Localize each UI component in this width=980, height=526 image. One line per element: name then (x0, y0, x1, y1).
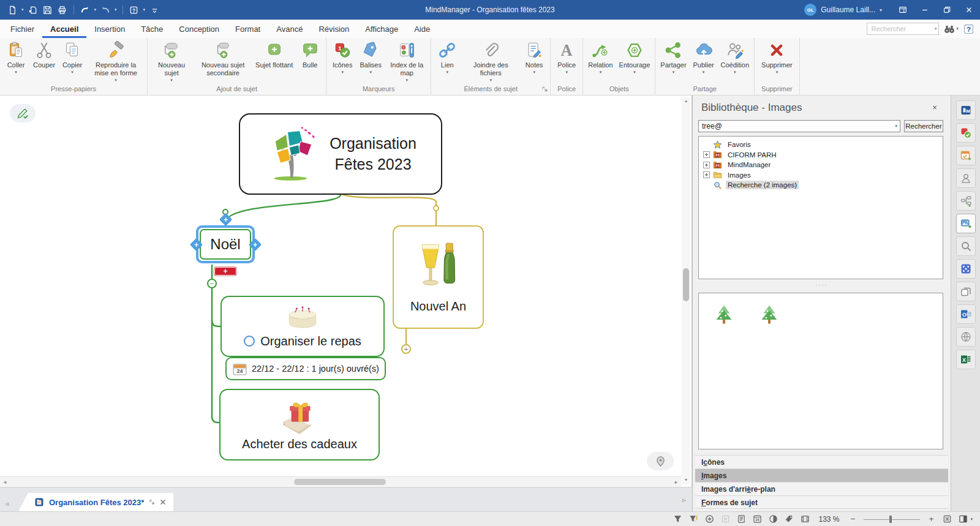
expand-branch-button[interactable] (401, 344, 411, 354)
zoom-out-button[interactable] (848, 514, 858, 524)
chevron-down-icon[interactable]: ▾ (21, 7, 24, 12)
ribbon-tab-insertion[interactable]: Insertion (86, 20, 133, 38)
status-add-button[interactable] (704, 514, 714, 524)
chevron-down-icon[interactable]: ▾ (94, 7, 97, 12)
zoom-in-button[interactable] (926, 514, 936, 524)
library-section-images-d-arriere-plan[interactable]: Images d'arrière-plan (695, 482, 948, 495)
library-search-input[interactable] (699, 121, 900, 132)
status-notes-button[interactable] (736, 514, 746, 524)
status-filter2-button[interactable] (688, 514, 698, 524)
central-topic[interactable]: Organisation Fêtes 2023 (239, 113, 442, 195)
ribbon-button-coller[interactable]: Coller▾ (2, 40, 30, 76)
ribbon-button-nouveau-sujet[interactable]: Nouveau sujet▾ (149, 40, 194, 84)
vertical-scroll-thumb[interactable] (683, 268, 689, 301)
qat-doc-open-button[interactable] (27, 4, 39, 16)
ribbon-button-joindre-des-fichiers[interactable]: Joindre des fichiers▾ (461, 40, 520, 84)
ribbon-button-police[interactable]: APolice▾ (552, 40, 581, 76)
minimize-button[interactable] (914, 0, 936, 20)
expander-icon[interactable] (703, 162, 710, 168)
library-section-icones[interactable]: Icônes (695, 455, 948, 468)
topic-noel[interactable]: Noël (200, 229, 251, 260)
pane-tab-person[interactable] (956, 168, 976, 188)
ribbon-tab-affichage[interactable]: Affichage (357, 20, 406, 38)
chevron-down-icon[interactable]: ▾ (935, 26, 937, 31)
scroll-down-icon[interactable] (682, 476, 690, 484)
panel-layout-button[interactable] (958, 514, 968, 524)
ribbon-tab-conception[interactable]: Conception (171, 20, 227, 38)
qat-help-badge-button[interactable]: ? (128, 4, 140, 16)
status-cal-button[interactable]: 24 (752, 514, 762, 524)
pane-tab-web[interactable] (956, 327, 976, 347)
ribbon-tab-aide[interactable]: Aide (406, 20, 438, 38)
chevron-down-icon[interactable]: ▾ (115, 7, 117, 12)
topic-acheter-des-cadeaux[interactable]: Acheter des cadeaux (219, 389, 380, 460)
ribbon-tab-accueil[interactable]: Accueil (42, 20, 86, 38)
horizontal-scroll-thumb[interactable] (294, 479, 386, 485)
chevron-down-icon[interactable]: ▾ (895, 124, 897, 129)
ribbon-button-entourage[interactable]: Entourage▾ (616, 40, 654, 76)
panel-close-button[interactable] (930, 103, 940, 113)
fit-map-button[interactable] (942, 514, 952, 524)
ribbon-button-index-de-la-map[interactable]: Index de la map▾ (385, 40, 429, 84)
status-filter-button[interactable] (673, 514, 682, 524)
expander-icon[interactable] (703, 171, 710, 178)
ribbon-button-copier[interactable]: Copier▾ (58, 40, 86, 76)
library-search-box[interactable]: ▾ (698, 120, 900, 132)
scroll-up-icon[interactable] (682, 97, 690, 105)
ribbon-tab-revision[interactable]: Révision (311, 20, 357, 38)
ribbon-button-relation[interactable]: Relation▾ (585, 40, 616, 76)
topic-repas-task-info[interactable]: 24 22/12 - 22/12 : 1 jour(s) ouvré(s) (225, 357, 386, 380)
close-button[interactable] (958, 0, 980, 20)
status-toggle-button[interactable] (768, 514, 778, 524)
library-section-formes-de-sujet[interactable]: Formes de sujet (695, 495, 948, 509)
qat-print-button[interactable] (56, 4, 69, 16)
ribbon-button-balises[interactable]: Balises▾ (356, 40, 385, 76)
ribbon-search-input[interactable] (867, 23, 939, 35)
add-topic-handle-right[interactable] (248, 238, 261, 250)
panel-splitter[interactable] (693, 282, 951, 289)
document-tab[interactable]: Organisation Fêtes 2023* (18, 493, 173, 511)
chevron-down-icon[interactable]: ▾ (970, 517, 973, 522)
popout-icon[interactable] (149, 499, 155, 505)
ribbon-button-notes[interactable]: Notes▾ (520, 40, 548, 76)
ribbon-button-icones[interactable]: 1Icônes▾ (328, 40, 356, 76)
library-tree-item-recherche-2-images[interactable]: Recherche (2 images) (699, 180, 943, 190)
scroll-left-icon[interactable] (0, 477, 10, 487)
expander-icon[interactable] (703, 151, 710, 158)
ribbon-button-sujet-flottant[interactable]: Sujet flottant (252, 40, 296, 70)
pane-tab-search[interactable] (956, 236, 976, 256)
library-tree-item-images[interactable]: Images (699, 170, 943, 181)
insert-subtopic-button[interactable] (214, 267, 236, 276)
pane-tab-images[interactable] (956, 214, 976, 233)
zoom-slider[interactable] (864, 515, 920, 524)
dialog-launcher-icon[interactable] (541, 86, 548, 92)
status-select-button[interactable] (720, 514, 730, 524)
coediting-edit-button[interactable] (10, 104, 36, 122)
add-topic-handle-left[interactable] (189, 238, 202, 250)
location-pin-button[interactable] (647, 452, 674, 470)
ribbon-button-partager[interactable]: Partager▾ (657, 40, 689, 76)
pane-tab-excel[interactable]: X (956, 350, 976, 369)
tab-close-icon[interactable] (160, 499, 166, 505)
pane-tab-task[interactable] (956, 146, 976, 165)
ribbon-button-coedition[interactable]: Coédition▾ (718, 40, 752, 76)
status-tag-button[interactable] (784, 514, 794, 524)
library-search-button[interactable]: Rechercher (904, 120, 943, 132)
ribbon-button-couper[interactable]: Couper (30, 40, 58, 70)
qat-undo-button[interactable] (79, 4, 91, 16)
scroll-right-icon[interactable] (671, 477, 681, 487)
pane-tab-focus[interactable] (956, 259, 976, 279)
tab-scroll-right[interactable] (677, 492, 691, 508)
pane-tab-copies[interactable] (956, 282, 976, 301)
restore-button[interactable] (936, 0, 958, 20)
topic-organiser-le-repas[interactable]: Organiser le repas (221, 296, 385, 357)
library-tree-item-favoris[interactable]: Favoris (699, 140, 943, 150)
qat-qat-more-button[interactable] (148, 4, 160, 16)
ribbon-tab-format[interactable]: Format (227, 20, 268, 38)
find-button[interactable]: ▾ (944, 24, 959, 34)
ribbon-button-lien[interactable]: Lien▾ (433, 40, 461, 76)
layout-switch-button[interactable] (892, 0, 914, 20)
ribbon-button-publier[interactable]: Publier▾ (690, 40, 718, 76)
ribbon-button-reproduire-la-mise-en-forme[interactable]: Reproduire la mise en forme▾ (86, 40, 145, 84)
horizontal-scrollbar[interactable] (0, 476, 681, 486)
